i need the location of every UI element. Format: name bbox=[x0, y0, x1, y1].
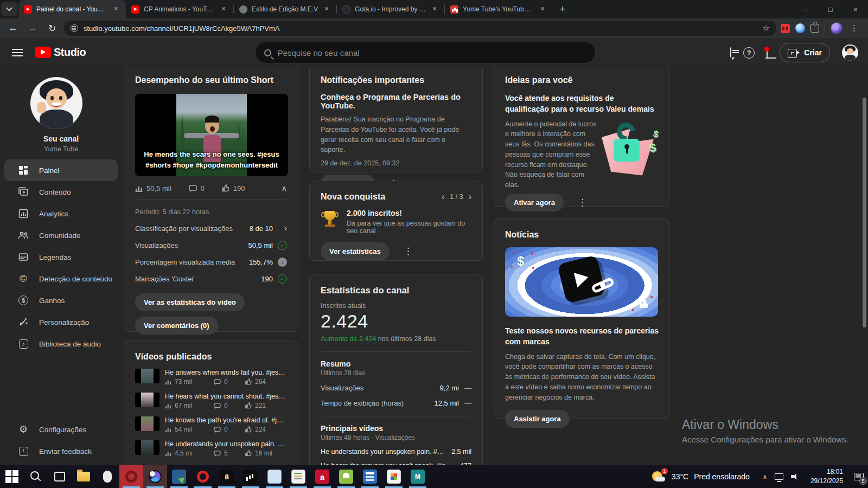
tray-expand-icon[interactable]: ∧ bbox=[763, 473, 767, 480]
taskbar-app-calculator[interactable] bbox=[358, 465, 382, 488]
help-icon[interactable]: ? bbox=[743, 47, 755, 59]
hamburger-menu-icon[interactable] bbox=[12, 49, 23, 56]
sidebar-item-conteudo[interactable]: Conteúdo bbox=[4, 181, 118, 203]
kebab-menu-icon[interactable]: ⋮ bbox=[398, 242, 418, 260]
short-thumbnail[interactable]: He mends the scars no one sees. #jesus #… bbox=[135, 94, 288, 176]
video-list-item[interactable]: He understands your unspoken pain. #jesu… bbox=[135, 440, 287, 457]
collapse-chevron-icon[interactable]: ∧ bbox=[282, 184, 287, 192]
tab-close-icon[interactable]: × bbox=[430, 5, 439, 14]
metric-row[interactable]: Visualizações 50,5 mil ✓ bbox=[135, 241, 287, 250]
taskbar-app-editor[interactable] bbox=[286, 465, 310, 488]
notifications-bell[interactable] bbox=[767, 48, 768, 57]
extensions-puzzle-icon[interactable] bbox=[810, 24, 819, 33]
weather-widget[interactable]: 1 33°C Pred ensolarado bbox=[644, 470, 757, 483]
bookmark-star-icon[interactable]: ☆ bbox=[763, 23, 770, 33]
browser-tab-2[interactable]: CP Animations - YouTube × bbox=[126, 0, 233, 18]
sidebar-item-personalizacao[interactable]: Personalização bbox=[4, 311, 118, 333]
pager-next-icon[interactable]: › bbox=[469, 192, 471, 202]
site-settings-icon[interactable] bbox=[71, 24, 78, 32]
sidebar-item-painel[interactable]: Painel bbox=[4, 159, 118, 181]
feedback-comment-icon[interactable] bbox=[730, 47, 731, 57]
sidebar-item-feedback[interactable]: ! Enviar feedback bbox=[4, 440, 118, 462]
task-view-button[interactable] bbox=[48, 465, 72, 488]
sidebar-item-biblioteca[interactable]: ♪ Biblioteca de áudio bbox=[4, 333, 118, 355]
back-button[interactable]: ← bbox=[5, 21, 21, 36]
metric-row[interactable]: Marcações 'Gostei' 190 ✓ bbox=[135, 274, 287, 284]
volume-icon[interactable] bbox=[791, 473, 799, 480]
tab-close-icon[interactable]: × bbox=[112, 5, 120, 14]
browser-menu-icon[interactable]: ⋮ bbox=[848, 23, 860, 33]
sidebar-item-analytics[interactable]: Analytics bbox=[4, 203, 118, 224]
taskbar-app-adobe[interactable]: a bbox=[310, 465, 334, 488]
extension-icon[interactable] bbox=[795, 23, 805, 33]
thumb-up-icon bbox=[245, 426, 252, 433]
forward-button[interactable]: → bbox=[25, 21, 40, 36]
network-icon[interactable] bbox=[775, 473, 783, 480]
browser-tab-1[interactable]: Painel do canal - YouTube Stud × bbox=[18, 0, 126, 18]
taskbar-clock[interactable]: 18:01 29/12/2025 bbox=[804, 467, 850, 486]
reload-button[interactable]: ↻ bbox=[44, 21, 60, 36]
dashboard-icon bbox=[17, 165, 29, 175]
comments-button[interactable]: Ver comentários (0) bbox=[135, 317, 218, 335]
window-minimize-button[interactable]: – bbox=[793, 0, 818, 18]
window-maximize-button[interactable]: □ bbox=[818, 0, 843, 18]
top-video-row[interactable]: He understands your unspoken pain. #jesu… bbox=[321, 448, 471, 455]
create-button[interactable]: Criar bbox=[780, 43, 830, 62]
taskbar-app-charts[interactable] bbox=[239, 465, 263, 488]
tab-close-icon[interactable]: × bbox=[322, 5, 331, 14]
supers-lock-illustration: $$ bbox=[602, 119, 658, 180]
video-list-item[interactable]: He answers when words fail you. #jesus #… bbox=[135, 369, 287, 386]
video-list-item[interactable]: He knows the path you're afraid of. #jes… bbox=[135, 416, 287, 433]
browser-tab-5[interactable]: Yume Tube's YouTube Statistics × bbox=[445, 0, 552, 18]
browser-tab-4[interactable]: Gota.io - Improved by Camlan × bbox=[337, 0, 444, 18]
sidebar-item-legendas[interactable]: Legendas bbox=[4, 246, 118, 268]
new-tab-button[interactable]: + bbox=[556, 2, 570, 16]
taskbar-app-opera-active[interactable] bbox=[119, 465, 143, 488]
metric-row[interactable]: Porcentagem visualizada média 155,7% ↓ bbox=[135, 258, 287, 267]
comment-icon bbox=[189, 185, 197, 192]
sidebar-item-label: Biblioteca de áudio bbox=[39, 340, 101, 348]
sidebar-item-configuracoes[interactable]: ⚙ Configurações bbox=[4, 419, 118, 440]
tab-search-button[interactable] bbox=[1, 2, 17, 16]
taskbar-app-mouse[interactable] bbox=[95, 465, 119, 488]
pager-prev-icon[interactable]: ‹ bbox=[442, 192, 444, 202]
see-stats-button[interactable]: Ver estatísticas bbox=[321, 242, 390, 260]
channel-stats-card: Estatísticas do canal Inscritos atuais 2… bbox=[309, 274, 483, 465]
taskbar-app-capcut[interactable]: 8 bbox=[215, 465, 239, 488]
studio-search[interactable] bbox=[255, 42, 596, 63]
metric-row[interactable]: Classificação por visualizações 8 de 10 … bbox=[135, 223, 287, 233]
adblock-extension-icon[interactable] bbox=[781, 24, 790, 33]
action-center-button[interactable]: 5 bbox=[850, 465, 868, 488]
sidebar-item-deteccao[interactable]: © Detecção de conteúdo bbox=[4, 268, 118, 290]
sidebar-item-comunidade[interactable]: Comunidade bbox=[4, 224, 118, 246]
video-list-item[interactable]: He hears what you cannot shout. #jesus #… bbox=[135, 393, 287, 409]
taskbar-app-notepad[interactable] bbox=[263, 465, 286, 488]
taskbar-app-teal[interactable]: M bbox=[406, 465, 430, 488]
taskbar-app-photos[interactable] bbox=[167, 465, 191, 488]
tab-close-icon[interactable]: × bbox=[219, 5, 228, 14]
taskbar-app-opera[interactable] bbox=[191, 465, 215, 488]
taskbar-app-android[interactable] bbox=[334, 465, 358, 488]
taskbar-app-browser[interactable] bbox=[143, 465, 167, 488]
start-button[interactable] bbox=[0, 465, 24, 488]
channel-avatar[interactable] bbox=[30, 77, 82, 129]
account-avatar[interactable] bbox=[842, 44, 858, 61]
page-scrollbar[interactable] bbox=[863, 98, 866, 328]
search-input[interactable] bbox=[278, 48, 586, 57]
window-close-button[interactable]: × bbox=[843, 0, 868, 18]
video-stats-button[interactable]: Ver as estatísticas do vídeo bbox=[135, 293, 245, 311]
activate-now-button[interactable]: Ativar agora bbox=[505, 194, 564, 211]
watch-now-button[interactable]: Assistir agora bbox=[505, 410, 570, 428]
kebab-menu-icon[interactable]: ⋮ bbox=[572, 194, 592, 211]
studio-logo[interactable]: Studio bbox=[35, 46, 86, 59]
browser-profile-avatar[interactable] bbox=[831, 22, 843, 34]
news-illustration[interactable]: $ bbox=[505, 247, 658, 317]
browser-tab-3[interactable]: Estilo de Edição M.E.V × bbox=[234, 0, 336, 18]
tab-close-icon[interactable]: × bbox=[538, 5, 547, 14]
sidebar-item-ganhos[interactable]: $ Ganhos bbox=[4, 290, 118, 311]
taskbar-search-button[interactable] bbox=[24, 465, 48, 488]
taskbar-app-store[interactable] bbox=[382, 465, 406, 488]
file-explorer-button[interactable] bbox=[72, 465, 95, 488]
url-text[interactable]: studio.youtube.com/channel/UCR1jUW8rCcAk… bbox=[84, 24, 757, 33]
address-bar[interactable]: studio.youtube.com/channel/UCR1jUW8rCcAk… bbox=[64, 21, 776, 36]
